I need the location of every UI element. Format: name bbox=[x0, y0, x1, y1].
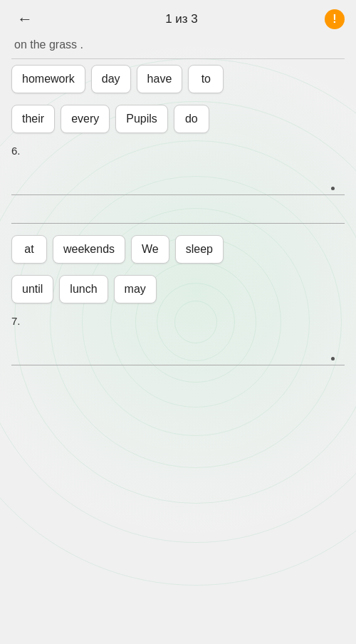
tile-do[interactable]: do bbox=[174, 105, 209, 133]
tile-at[interactable]: at bbox=[11, 235, 47, 264]
tile-pupils[interactable]: Pupils bbox=[115, 105, 168, 133]
top-bar: ← 1 из 3 ! bbox=[0, 0, 356, 36]
tiles-row-q5-1: homework day have to bbox=[0, 59, 356, 99]
answer-area-6 bbox=[11, 172, 345, 224]
tile-day[interactable]: day bbox=[91, 65, 131, 93]
partial-sentence: on the grass . bbox=[0, 36, 356, 58]
tile-their[interactable]: their bbox=[11, 105, 55, 133]
question-7-number: 7. bbox=[11, 315, 345, 327]
tile-weekends[interactable]: weekends bbox=[53, 235, 125, 264]
answer-line-6-1 bbox=[11, 172, 345, 195]
tiles-row-q6-1: at weekends We sleep bbox=[0, 229, 356, 269]
tile-have[interactable]: have bbox=[137, 65, 183, 93]
back-button[interactable]: ← bbox=[11, 7, 38, 31]
page-counter: 1 из 3 bbox=[165, 12, 198, 26]
answer-line-6-2 bbox=[11, 201, 345, 224]
tile-until[interactable]: until bbox=[11, 275, 53, 303]
dot-2 bbox=[331, 357, 335, 360]
question-6-number: 6. bbox=[11, 145, 345, 157]
tile-we[interactable]: We bbox=[131, 235, 169, 264]
tile-homework[interactable]: homework bbox=[11, 65, 85, 93]
tile-every[interactable]: every bbox=[61, 105, 110, 133]
dot-1 bbox=[331, 187, 335, 190]
answer-line-7-1 bbox=[11, 343, 345, 365]
tiles-row-q6-2: until lunch may bbox=[0, 269, 356, 309]
tiles-row-q5-2: their every Pupils do bbox=[0, 99, 356, 139]
alert-button[interactable]: ! bbox=[325, 9, 345, 29]
tile-sleep[interactable]: sleep bbox=[175, 235, 224, 264]
section-6: 6. bbox=[0, 139, 356, 165]
tile-may[interactable]: may bbox=[114, 275, 157, 303]
answer-area-7 bbox=[11, 343, 345, 365]
tile-to[interactable]: to bbox=[188, 65, 224, 93]
section-7: 7. bbox=[0, 309, 356, 336]
tile-lunch[interactable]: lunch bbox=[59, 275, 108, 303]
